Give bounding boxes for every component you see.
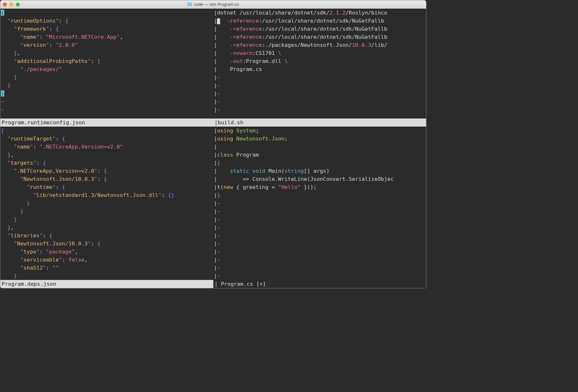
window-title-text: code — vim Program.cs bbox=[194, 0, 239, 8]
json-key: type bbox=[24, 249, 37, 255]
keyword: using bbox=[217, 136, 233, 142]
flag: -reference bbox=[230, 34, 262, 40]
identifier: Main bbox=[268, 168, 281, 174]
arg: :CS1701 bbox=[252, 50, 278, 56]
flag: -reference bbox=[227, 18, 259, 24]
json-key: Newtonsoft.Json/10.0.3 bbox=[24, 176, 94, 182]
code: => Console.WriteLine(JsonConvert.Seriali… bbox=[243, 176, 394, 182]
code: t( bbox=[217, 184, 223, 190]
status-runtimeconfig: Program.runtimeconfig.json bbox=[0, 119, 213, 127]
window-title: code — vim Program.cs bbox=[20, 0, 407, 8]
zoom-icon[interactable] bbox=[16, 3, 20, 6]
json-key: name bbox=[17, 144, 30, 150]
json-value: 2.0.0 bbox=[59, 42, 75, 48]
status-program-cs: | Program.cs [+] bbox=[213, 280, 426, 288]
arg: :/usr/local/share/dotnet/sdk/NuGetFallb bbox=[262, 26, 387, 32]
arg: :/usr/local/share/dotnet/sdk/NuGetFallb bbox=[262, 34, 387, 40]
status-deps-json: Program.deps.json bbox=[0, 280, 213, 288]
json-key: libraries bbox=[11, 232, 39, 239]
code: })); bbox=[301, 184, 317, 190]
keyword: new bbox=[223, 184, 233, 190]
flag: -out bbox=[230, 58, 243, 64]
pane-deps-json[interactable]: { "runtimeTarget": { "name": ".NETCoreAp… bbox=[0, 127, 213, 280]
json-key: framework bbox=[17, 26, 46, 32]
json-key: serviceable bbox=[24, 257, 59, 263]
type: string bbox=[284, 168, 304, 174]
identifier: Newtonsoft.Json bbox=[236, 136, 284, 142]
json-key: version bbox=[24, 42, 46, 48]
json-key: runtimeOptions bbox=[11, 18, 56, 24]
string-literal: "Hello" bbox=[278, 184, 301, 190]
flag: -nowarn bbox=[230, 50, 252, 56]
json-key: sha512 bbox=[24, 265, 43, 271]
keyword: void bbox=[252, 168, 265, 174]
close-icon[interactable] bbox=[3, 3, 7, 6]
json-value: package bbox=[49, 249, 72, 255]
flag: -reference bbox=[230, 26, 262, 32]
arg: /lib/ bbox=[371, 42, 387, 48]
keyword: static bbox=[230, 168, 249, 174]
identifier: args bbox=[314, 168, 326, 174]
json-key: targets bbox=[11, 160, 33, 166]
json-key: additionalProbingPaths bbox=[17, 58, 88, 64]
pane-program-cs[interactable]: |using System; |using Newtonsoft.Json; |… bbox=[213, 127, 426, 280]
json-key: .NETCoreApp,Version=v2.0 bbox=[17, 168, 94, 174]
keyword: using bbox=[217, 128, 233, 134]
titlebar: code — vim Program.cs bbox=[0, 0, 426, 9]
arg: :Program.dll bbox=[243, 58, 284, 64]
flag: -reference bbox=[230, 42, 262, 48]
cursor-icon bbox=[217, 18, 220, 24]
keyword: class bbox=[217, 152, 233, 158]
version: 10.0.3 bbox=[352, 42, 371, 48]
window-controls bbox=[3, 3, 20, 6]
shell-cmd: dotnet bbox=[217, 10, 236, 16]
minimize-icon[interactable] bbox=[9, 3, 13, 6]
json-value: .NETCoreApp,Version=v2.0 bbox=[43, 144, 120, 150]
pane-build-sh[interactable]: |dotnet /usr/local/share/dotnet/sdk/2.1.… bbox=[213, 9, 426, 119]
arg: Program.cs bbox=[230, 66, 262, 72]
version: 2.1.2 bbox=[329, 10, 346, 16]
pane-runtimeconfig[interactable]: { "runtimeOptions": { "framework": { "na… bbox=[0, 9, 213, 119]
vim-editor[interactable]: { "runtimeOptions": { "framework": { "na… bbox=[0, 9, 426, 288]
arg: :./packages/Newtonsoft.Json/ bbox=[262, 42, 352, 48]
json-key: runtimeTarget bbox=[11, 136, 52, 142]
json-key: Newtonsoft.Json/10.0.3 bbox=[17, 241, 88, 247]
path: /usr/local/share/dotnet/sdk/ bbox=[240, 10, 329, 16]
json-key: runtime bbox=[30, 184, 52, 190]
json-key: lib/netstandard1.3/Newtonsoft.Json.dll bbox=[36, 192, 158, 198]
identifier: Program bbox=[236, 152, 259, 158]
folder-icon bbox=[187, 3, 192, 6]
code: { greeting = bbox=[233, 184, 278, 190]
status-build-sh: |build.sh bbox=[213, 119, 426, 127]
identifier: System bbox=[236, 128, 256, 134]
json-value: false bbox=[69, 257, 85, 263]
path: /Roslyn/binco bbox=[346, 10, 387, 16]
json-key: name bbox=[24, 34, 37, 40]
json-value: ./packages/ bbox=[24, 66, 59, 72]
arg: :/usr/local/share/dotnet/sdk/NuGetFallb bbox=[259, 18, 384, 24]
json-value: Microsoft.NETCore.App bbox=[49, 34, 117, 40]
